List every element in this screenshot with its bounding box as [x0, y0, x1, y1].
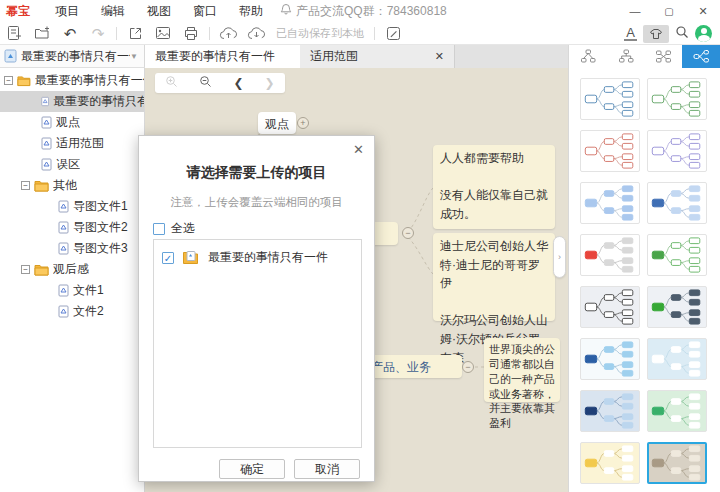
node-help-note[interactable]: 人人都需要帮助 没有人能仅靠自己就成功。	[433, 145, 555, 229]
font-style-button[interactable]: A	[624, 26, 637, 41]
tab-close-icon[interactable]: ✕	[435, 50, 444, 63]
tree-item-file[interactable]: 适用范围	[0, 133, 144, 154]
project-doc-icon	[4, 49, 17, 63]
tree-item-label: 其他	[53, 177, 77, 194]
mindmap-preview	[649, 236, 705, 274]
zoom-in-button[interactable]	[165, 75, 178, 91]
redo-button[interactable]: ↷	[84, 23, 112, 43]
template-thumbnail[interactable]	[580, 286, 640, 328]
tree-item-file[interactable]: 文件2	[0, 301, 144, 322]
zoom-out-button[interactable]	[199, 75, 212, 91]
tree-expander-icon[interactable]: −	[4, 76, 13, 85]
tree-item-file[interactable]: 文件1	[0, 280, 144, 301]
window-controls: — ▢ ✕	[618, 0, 720, 22]
template-thumbnail[interactable]	[647, 338, 707, 380]
minimize-button[interactable]: —	[618, 0, 652, 22]
cloud-download-button[interactable]	[242, 23, 270, 43]
collapse-icon[interactable]: −	[402, 227, 414, 239]
node-viewpoint[interactable]: 观点	[258, 112, 296, 134]
app-window: 幂宝 项目 编辑 视图 窗口 帮助 产品交流QQ群：784360818 — ▢ …	[0, 0, 720, 492]
template-grid	[569, 68, 720, 492]
nav-back-button[interactable]: ❮	[233, 77, 243, 89]
map-file-icon	[58, 200, 69, 213]
tree-item-file[interactable]: 导图文件1	[0, 196, 144, 217]
template-thumbnail[interactable]	[580, 182, 640, 224]
print-button[interactable]	[177, 23, 205, 43]
template-thumbnail[interactable]	[580, 78, 640, 120]
tree-expander-icon[interactable]: −	[21, 265, 30, 274]
panel-collapse-handle[interactable]: ›	[553, 236, 566, 278]
mindmap-preview	[582, 392, 638, 430]
menu-edit[interactable]: 编辑	[90, 3, 136, 20]
tree-item-file[interactable]: 观点	[0, 112, 144, 133]
template-thumbnail[interactable]	[647, 130, 707, 172]
select-all-label: 全选	[171, 220, 195, 237]
dialog-close-icon[interactable]: ✕	[353, 142, 364, 157]
undo-button[interactable]: ↶	[56, 23, 84, 43]
layout-tab-network[interactable]	[645, 45, 683, 68]
tree-item-file[interactable]: 导图文件3	[0, 238, 144, 259]
sidebar-header[interactable]: 最重要的事情只有一件 ▼	[0, 45, 145, 68]
theme-skin-button[interactable]	[643, 25, 669, 43]
layout-style-tabs	[568, 45, 720, 68]
user-avatar[interactable]	[695, 25, 712, 42]
edit-note-button[interactable]	[379, 23, 407, 43]
menu-window[interactable]: 窗口	[182, 3, 228, 20]
tree-item-file[interactable]: 误区	[0, 154, 144, 175]
collapse-icon[interactable]: −	[462, 361, 474, 373]
close-button[interactable]: ✕	[686, 0, 720, 22]
tree-item-label: 导图文件1	[73, 198, 128, 215]
select-all-row[interactable]: 全选	[153, 220, 195, 237]
tab-scope[interactable]: 适用范围 ✕	[300, 45, 455, 68]
item-checkbox-checked[interactable]: ✓	[162, 252, 174, 264]
node-founders-note[interactable]: 迪士尼公司创始人华特·迪士尼的哥哥罗伊 沃尔玛公司创始人山姆·沃尔顿的岳父罗布森	[433, 233, 555, 321]
ok-button[interactable]: 确定	[219, 459, 285, 479]
nav-forward-button[interactable]: ❯	[264, 77, 274, 89]
search-button[interactable]	[675, 25, 689, 42]
tree-expander-icon[interactable]: −	[21, 181, 30, 190]
template-thumbnail[interactable]	[647, 286, 707, 328]
tree-item-folder[interactable]: −最重要的事情只有一件	[0, 70, 144, 91]
tree-item-label: 文件2	[73, 303, 104, 320]
cancel-button[interactable]: 取消	[294, 459, 360, 479]
expand-icon[interactable]: +	[297, 117, 309, 129]
select-all-checkbox[interactable]	[153, 223, 165, 235]
menu-project[interactable]: 项目	[44, 3, 90, 20]
tree-item-label: 文件1	[73, 282, 104, 299]
tree-item-folder[interactable]: −观后感	[0, 259, 144, 280]
mindmap-preview	[582, 340, 638, 378]
layout-tab-tree-down[interactable]	[569, 45, 607, 68]
template-thumbnail[interactable]	[580, 130, 640, 172]
menu-view[interactable]: 视图	[136, 3, 182, 20]
template-thumbnail-selected[interactable]	[647, 442, 707, 484]
template-thumbnail[interactable]	[647, 234, 707, 276]
menu-help[interactable]: 帮助	[228, 3, 274, 20]
node-company-note[interactable]: 世界顶尖的公司通常都以自己的一种产品或业务著称，并主要依靠其盈利	[484, 338, 560, 402]
open-folder-button[interactable]	[28, 23, 56, 43]
layout-tab-org-chart[interactable]	[607, 45, 645, 68]
mindmap-preview	[649, 288, 705, 326]
template-thumbnail[interactable]	[580, 442, 640, 484]
template-thumbnail[interactable]	[580, 338, 640, 380]
cloud-upload-button[interactable]	[214, 23, 242, 43]
layout-tab-mindmap-selected[interactable]	[682, 45, 720, 68]
tree-item-folder[interactable]: −其他	[0, 175, 144, 196]
insert-image-button[interactable]	[149, 23, 177, 43]
upload-list-item[interactable]: ✓ 最重要的事情只有一件	[154, 240, 361, 275]
node-label: 观点	[258, 112, 296, 137]
template-thumbnail[interactable]	[580, 390, 640, 432]
tree-item-file[interactable]: 导图文件2	[0, 217, 144, 238]
template-thumbnail[interactable]	[647, 78, 707, 120]
maximize-button[interactable]: ▢	[652, 0, 686, 22]
template-thumbnail[interactable]	[647, 390, 707, 432]
export-button[interactable]	[121, 23, 149, 43]
chevron-down-icon[interactable]: ▼	[130, 52, 138, 61]
new-file-button[interactable]	[0, 23, 28, 43]
sidebar-header-title: 最重要的事情只有一件	[21, 48, 130, 65]
template-thumbnail[interactable]	[580, 234, 640, 276]
tree-item-file[interactable]: 最重要的事情只有一件	[0, 91, 144, 112]
toolbar-divider	[209, 27, 210, 40]
folder-icon	[34, 180, 49, 192]
tab-main-map[interactable]: 最重要的事情只有一件	[145, 45, 300, 68]
template-thumbnail[interactable]	[647, 182, 707, 224]
